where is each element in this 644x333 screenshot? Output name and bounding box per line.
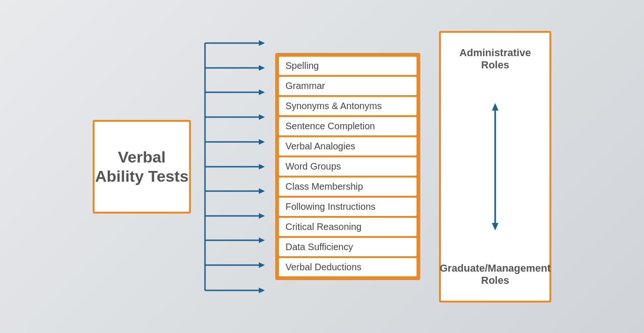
svg-marker-25 xyxy=(492,223,498,230)
svg-marker-24 xyxy=(492,103,498,111)
left-box: Verbal Ability Tests xyxy=(93,120,191,214)
svg-marker-14 xyxy=(259,188,265,194)
list-item: Spelling xyxy=(279,57,417,75)
right-box-top-label: Administrative Roles xyxy=(450,47,540,71)
list-item: Data Sufficiency xyxy=(279,238,417,256)
list-item: Grammar xyxy=(279,77,417,95)
list-item: Verbal Deductions xyxy=(279,258,417,276)
svg-marker-8 xyxy=(259,114,265,120)
svg-marker-6 xyxy=(259,89,265,95)
right-box-bottom-label: Graduate/Management Roles xyxy=(439,262,550,287)
svg-marker-12 xyxy=(259,164,265,170)
svg-marker-22 xyxy=(259,288,265,293)
left-box-label: Verbal Ability Tests xyxy=(95,148,189,186)
connector xyxy=(191,31,275,303)
middle-box: Spelling Grammar Synonyms & Antonyms Sen… xyxy=(275,53,420,280)
list-item: Sentence Completion xyxy=(279,117,417,135)
list-item: Word Groups xyxy=(279,157,417,176)
list-item: Class Membership xyxy=(279,178,417,196)
diagram: Verbal Ability Tests xyxy=(93,31,551,303)
right-box: Administrative Roles Graduate/Management… xyxy=(439,31,551,303)
svg-marker-16 xyxy=(259,213,265,219)
list-item: Following Instructions xyxy=(279,198,417,216)
svg-marker-4 xyxy=(259,65,265,71)
svg-marker-10 xyxy=(259,139,265,145)
svg-marker-20 xyxy=(259,262,265,268)
svg-marker-18 xyxy=(259,237,265,243)
vertical-arrow xyxy=(488,71,502,262)
list-item: Verbal Analogies xyxy=(279,137,417,155)
list-item: Critical Reasoning xyxy=(279,218,417,236)
svg-marker-2 xyxy=(259,40,265,46)
list-item: Synonyms & Antonyms xyxy=(279,97,417,115)
